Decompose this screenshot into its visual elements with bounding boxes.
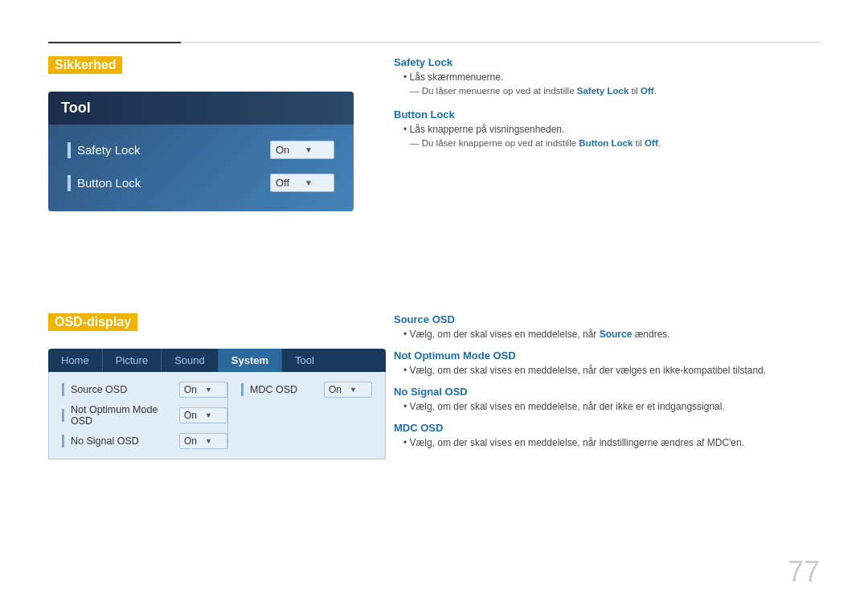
osd-nosignal-row: No Signal OSD On ▼ — [62, 433, 227, 449]
tool-panel-body: Safety Lock On ▼ Button Lock Off ▼ — [48, 125, 354, 211]
no-signal-title: No Signal OSD — [394, 386, 820, 398]
osd-right-rows: MDC OSD On ▼ — [227, 382, 372, 449]
osd-section: OSD-display Home Picture Sound System To… — [48, 313, 386, 460]
osd-notoptimum-label: Not Optimum Mode OSD — [71, 404, 179, 427]
mdc-osd-info-block: MDC OSD • Vælg, om der skal vises en med… — [394, 422, 820, 448]
button-lock-value: Off — [276, 177, 300, 189]
safety-lock-value: On — [276, 144, 300, 156]
osd-source-label: Source OSD — [71, 384, 179, 395]
osd-source-arrow: ▼ — [205, 386, 223, 394]
tool-panel: Tool Safety Lock On ▼ Button Lock — [48, 92, 354, 211]
source-osd-bullet: • Vælg, om der skal vises en meddelelse,… — [403, 329, 820, 340]
osd-notoptimum-select[interactable]: On ▼ — [179, 407, 227, 423]
osd-info-right: Source OSD • Vælg, om der skal vises en … — [394, 313, 820, 452]
button-lock-arrow: ▼ — [305, 178, 329, 187]
safety-lock-row: Safety Lock On ▼ — [68, 141, 334, 159]
osd-mdc-indicator — [241, 383, 244, 396]
button-lock-sub: ― Du låser knapperne op ved at indstille… — [410, 138, 820, 148]
osd-notoptimum-value: On — [184, 410, 202, 421]
button-lock-info-block: Button Lock • Lås knapperne på visningse… — [394, 108, 820, 148]
osd-notoptimum-indicator — [62, 409, 64, 422]
not-optimum-info-block: Not Optimum Mode OSD • Vælg, om der skal… — [394, 349, 820, 376]
osd-nosignal-select[interactable]: On ▼ — [179, 433, 227, 449]
not-optimum-bullet: • Vælg, om der skal vises en meddelelse,… — [403, 365, 820, 376]
safety-lock-bullet: • Lås skærmmenuerne. — [403, 72, 820, 83]
safety-lock-arrow: ▼ — [305, 145, 329, 154]
tool-panel-title: Tool — [61, 100, 91, 116]
osd-nosignal-value: On — [184, 435, 202, 447]
button-lock-indicator — [68, 175, 71, 191]
osd-source-row: Source OSD On ▼ — [62, 382, 227, 398]
source-osd-title: Source OSD — [394, 313, 820, 325]
osd-heading: OSD-display — [48, 313, 137, 331]
osd-source-value: On — [184, 384, 202, 395]
page-number: 77 — [788, 555, 820, 589]
osd-mdc-value: On — [329, 384, 346, 395]
button-lock-bullet: • Lås knapperne på visningsenheden. — [403, 124, 820, 135]
safety-lock-info-title: Safety Lock — [394, 56, 820, 68]
osd-notoptimum-arrow: ▼ — [205, 411, 223, 419]
osd-nav-tool[interactable]: Tool — [282, 349, 327, 372]
osd-source-indicator — [62, 383, 64, 396]
not-optimum-title: Not Optimum Mode OSD — [394, 349, 820, 362]
osd-nosignal-arrow: ▼ — [205, 437, 223, 445]
osd-mdc-row: MDC OSD On ▼ — [241, 382, 372, 398]
osd-nosignal-label: No Signal OSD — [71, 435, 179, 447]
no-signal-info-block: No Signal OSD • Vælg, om der skal vises … — [394, 386, 820, 412]
osd-left-rows: Source OSD On ▼ Not Optimum Mode OSD On … — [62, 382, 227, 449]
safety-lock-label: Safety Lock — [77, 143, 270, 157]
source-osd-info-block: Source OSD • Vælg, om der skal vises en … — [394, 313, 820, 340]
osd-source-select[interactable]: On ▼ — [179, 382, 227, 398]
osd-notoptimum-row: Not Optimum Mode OSD On ▼ — [62, 404, 227, 427]
button-lock-select[interactable]: Off ▼ — [270, 174, 334, 192]
mdc-osd-bullet: • Vælg, om der skal vises en meddelelse,… — [403, 437, 820, 448]
button-lock-row: Button Lock Off ▼ — [68, 174, 334, 192]
tool-panel-header: Tool — [48, 92, 354, 125]
sikkerhed-section: Sikkerhed Tool Safety Lock On ▼ — [48, 56, 354, 211]
sikkerhed-heading: Sikkerhed — [48, 56, 122, 74]
osd-mdc-arrow: ▼ — [350, 386, 367, 394]
osd-mdc-select[interactable]: On ▼ — [324, 382, 372, 398]
button-lock-label: Button Lock — [77, 176, 270, 190]
osd-mdc-label: MDC OSD — [250, 384, 324, 395]
osd-body: Source OSD On ▼ Not Optimum Mode OSD On … — [48, 372, 386, 460]
top-rule-accent — [48, 42, 181, 43]
osd-nosignal-indicator — [62, 435, 64, 447]
no-signal-bullet: • Vælg, om der skal vises en meddelelse,… — [403, 401, 820, 412]
safety-lock-select[interactable]: On ▼ — [270, 141, 334, 159]
osd-nav: Home Picture Sound System Tool — [48, 349, 386, 372]
osd-nav-sound[interactable]: Sound — [162, 349, 219, 372]
safety-lock-sub: ― Du låser menuerne op ved at indstille … — [410, 86, 820, 96]
button-lock-info-title: Button Lock — [394, 108, 820, 121]
safety-lock-indicator — [68, 142, 71, 158]
osd-nav-picture[interactable]: Picture — [103, 349, 162, 372]
osd-nav-home[interactable]: Home — [48, 349, 103, 372]
osd-nav-system[interactable]: System — [219, 349, 282, 372]
safety-lock-info-block: Safety Lock • Lås skærmmenuerne. ― Du lå… — [394, 56, 820, 96]
mdc-osd-title: MDC OSD — [394, 422, 820, 434]
page-container: Sikkerhed Tool Safety Lock On ▼ — [0, 0, 868, 613]
sikkerhed-info: Safety Lock • Lås skærmmenuerne. ― Du lå… — [394, 56, 820, 154]
